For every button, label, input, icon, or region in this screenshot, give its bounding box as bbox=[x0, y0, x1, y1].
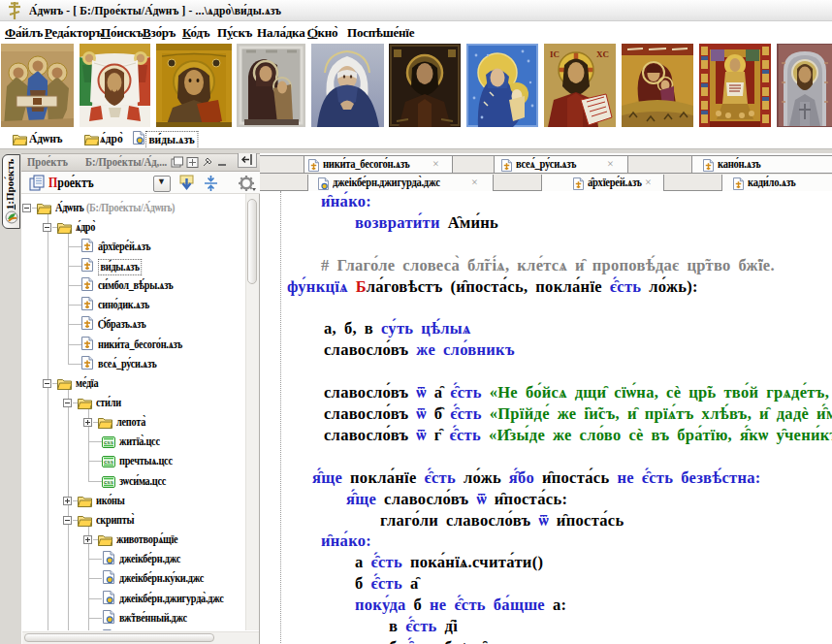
svg-text:css: css bbox=[104, 459, 114, 465]
svg-text:css: css bbox=[104, 439, 114, 445]
svg-text:IC: IC bbox=[550, 49, 560, 59]
svg-text:XC: XC bbox=[596, 49, 609, 59]
svg-text:css: css bbox=[104, 479, 114, 485]
